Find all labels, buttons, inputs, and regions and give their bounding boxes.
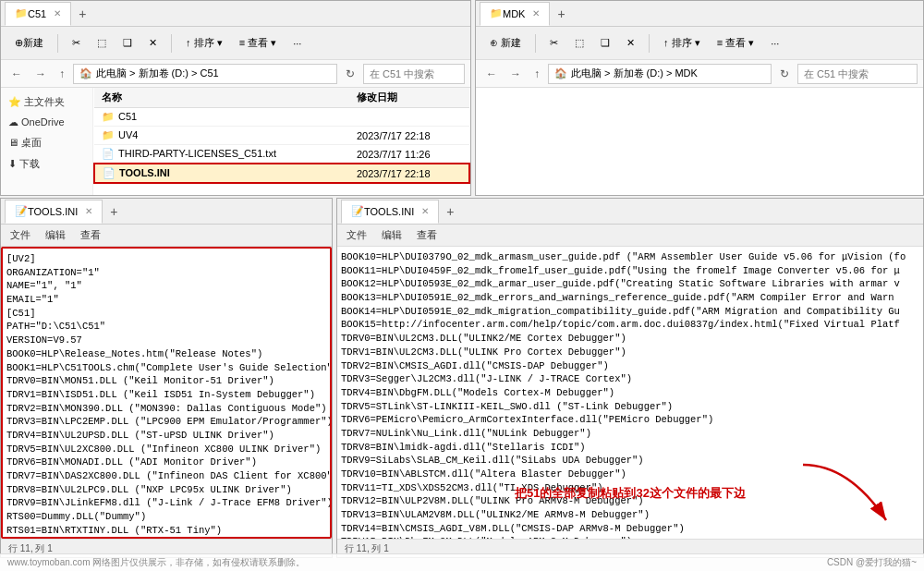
up-btn-right[interactable]: ↑ — [529, 66, 544, 82]
menu-bar-left: 文件 编辑 查看 — [1, 225, 332, 247]
sort-btn[interactable]: ↑ 排序 ▾ — [179, 32, 229, 54]
sidebar-onedrive[interactable]: ☁ OneDrive — [1, 113, 92, 132]
editor-tab-label-left: TOOLS.INI — [28, 206, 78, 217]
table-row[interactable]: 📄THIRD-PARTY-LICENSES_C51.txt 2023/7/17 … — [94, 145, 469, 164]
editor-tab-bar-right: 📝 TOOLS.INI ✕ + — [337, 199, 923, 225]
editor-tab-label-right: TOOLS.INI — [364, 206, 414, 217]
explorer-right: 📁 MDK ✕ + ⊕ 新建 ✂ ⬚ ❑ ✕ ↑ 排序 ▾ ≡ 查看 ▾ ··· — [475, 0, 924, 196]
editor-tab-tools-left[interactable]: 📝 TOOLS.INI ✕ — [5, 200, 103, 224]
paste-btn[interactable]: ❑ — [116, 33, 139, 53]
folder-icon: 📁 — [15, 7, 28, 19]
more-btn-r[interactable]: ··· — [764, 34, 785, 53]
paste-btn-r[interactable]: ❑ — [594, 33, 616, 53]
sidebar-desktop[interactable]: 🖥 桌面 — [1, 132, 92, 153]
sep3 — [535, 34, 536, 53]
editor-tab-close-left[interactable]: ✕ — [85, 206, 92, 216]
editor-tab-close-right[interactable]: ✕ — [421, 206, 429, 216]
cut-btn-r[interactable]: ✂ — [543, 33, 565, 53]
tab-add-left[interactable]: + — [73, 6, 91, 21]
search-left[interactable] — [363, 64, 465, 84]
tab-add-right[interactable]: + — [552, 6, 570, 21]
watermark-bar: www.toymoban.com 网络图片仅供展示，非存储，如有侵权请联系删除。… — [0, 553, 924, 571]
address-text-left: 此电脑 > 新加卷 (D:) > C51 — [96, 67, 219, 80]
back-btn-left[interactable]: ← — [6, 66, 27, 82]
sidebar-downloads[interactable]: ⬇ 下载 — [1, 153, 92, 175]
delete-btn-r[interactable]: ✕ — [620, 33, 641, 53]
menu-file-right[interactable]: 文件 — [343, 226, 371, 244]
menu-bar-right: 文件 编辑 查看 — [337, 225, 923, 247]
editor-left: 📝 TOOLS.INI ✕ + 文件 编辑 查看 [UV2] ORGANIZAT… — [0, 198, 333, 558]
toolbar-right-exp: ⊕ 新建 ✂ ⬚ ❑ ✕ ↑ 排序 ▾ ≡ 查看 ▾ ··· — [476, 27, 923, 60]
sort-btn-r[interactable]: ↑ 排序 ▾ — [657, 32, 707, 54]
tab-c51-label: C51 — [28, 8, 46, 19]
address-bar-left: ← → ↑ 🏠 此电脑 > 新加卷 (D:) > C51 ↻ — [1, 60, 470, 88]
file-table-left: 名称 修改日期 📁C51 📁UV4 2023/7/17 22: — [93, 88, 470, 184]
home-icon-r: 🏠 — [554, 67, 567, 79]
view-btn[interactable]: ≡ 查看 ▾ — [233, 32, 284, 54]
cloud-icon: ☁ — [8, 116, 18, 128]
editor-tab-add-right[interactable]: + — [441, 204, 459, 219]
sidebar-home[interactable]: ⭐ 主文件夹 — [1, 91, 92, 113]
ini-tab-icon-left: 📝 — [15, 205, 28, 217]
star-icon: ⭐ — [8, 96, 21, 107]
delete-btn[interactable]: ✕ — [142, 33, 164, 53]
table-row[interactable]: 📄TOOLS.INI 2023/7/17 22:18 — [94, 164, 469, 183]
new-btn-left[interactable]: ⊕ 新建 — [8, 32, 50, 54]
address-text-right: 此电脑 > 新加卷 (D:) > MDK — [571, 67, 698, 80]
home-icon: 🏠 — [79, 67, 92, 79]
view-btn-r[interactable]: ≡ 查看 ▾ — [711, 32, 761, 54]
address-bar-right: ← → ↑ 🏠 此电脑 > 新加卷 (D:) > MDK ↻ — [476, 60, 923, 88]
search-right[interactable] — [797, 64, 918, 84]
table-row[interactable]: 📁C51 — [94, 108, 469, 127]
tab-close-mdk[interactable]: ✕ — [532, 8, 540, 18]
ini-icon: 📄 — [103, 167, 116, 178]
forward-btn-right[interactable]: → — [505, 66, 526, 82]
up-btn-left[interactable]: ↑ — [55, 66, 69, 82]
sep1 — [57, 34, 58, 53]
menu-edit-right[interactable]: 编辑 — [378, 226, 406, 244]
explorer-left: 📁 C51 ✕ + ⊕ 新建 ✂ ⬚ ❑ ✕ ↑ 排序 ▾ ≡ 查看 ▾ ··· — [0, 0, 471, 196]
editor-tab-add-left[interactable]: + — [104, 204, 123, 219]
new-btn-right[interactable]: ⊕ 新建 — [483, 32, 528, 54]
editor-content-right: BOOK10=HLP\DUI0379O_02_mdk_armasm_user_g… — [337, 247, 923, 539]
forward-btn-left[interactable]: → — [30, 66, 51, 82]
sidebar-left: ⭐ 主文件夹 ☁ OneDrive 🖥 桌面 ⬇ 下载 — [1, 88, 93, 195]
tab-mdk[interactable]: 📁 MDK ✕ — [480, 2, 550, 26]
menu-view-right[interactable]: 查看 — [413, 226, 441, 244]
folder-icon-mdk: 📁 — [490, 7, 503, 19]
menu-file-left[interactable]: 文件 — [6, 226, 34, 244]
text-area-right[interactable]: BOOK10=HLP\DUI0379O_02_mdk_armasm_user_g… — [337, 247, 923, 539]
tab-mdk-label: MDK — [503, 8, 525, 19]
col-name[interactable]: 名称 — [94, 88, 349, 108]
folder-icon-uv4: 📁 — [102, 129, 115, 140]
tab-bar-right: 📁 MDK ✕ + — [476, 1, 923, 27]
text-content-right: BOOK10=HLP\DUI0379O_02_mdk_armasm_user_g… — [341, 250, 919, 539]
download-icon: ⬇ — [8, 158, 17, 169]
col-date[interactable]: 修改日期 — [349, 88, 469, 108]
toolbar-left: ⊕ 新建 ✂ ⬚ ❑ ✕ ↑ 排序 ▾ ≡ 查看 ▾ ··· — [1, 27, 470, 60]
cut-btn[interactable]: ✂ — [66, 33, 87, 53]
refresh-btn-right[interactable]: ↻ — [775, 66, 794, 82]
menu-view-left[interactable]: 查看 — [77, 226, 104, 244]
watermark-left: www.toymoban.com 网络图片仅供展示，非存储，如有侵权请联系删除。 — [7, 556, 305, 569]
file-content-left: 名称 修改日期 📁C51 📁UV4 2023/7/17 22: — [93, 88, 470, 195]
tab-close-c51[interactable]: ✕ — [54, 8, 61, 18]
menu-edit-left[interactable]: 编辑 — [42, 226, 69, 244]
sep4 — [649, 34, 650, 53]
text-content-left: [UV2] ORGANIZATION="1" NAME="1", "1" EMA… — [6, 252, 326, 539]
tab-c51[interactable]: 📁 C51 ✕ — [5, 2, 71, 26]
text-area-left[interactable]: [UV2] ORGANIZATION="1" NAME="1", "1" EMA… — [1, 247, 332, 539]
editor-content-left: [UV2] ORGANIZATION="1" NAME="1", "1" EMA… — [1, 247, 332, 539]
more-btn[interactable]: ··· — [286, 34, 308, 53]
folder-icon-c51: 📁 — [102, 111, 115, 122]
refresh-btn-left[interactable]: ↻ — [341, 66, 359, 82]
address-path-right[interactable]: 🏠 此电脑 > 新加卷 (D:) > MDK — [548, 64, 772, 84]
editor-tab-tools-right[interactable]: 📝 TOOLS.INI ✕ — [341, 200, 439, 224]
file-list-left: ⭐ 主文件夹 ☁ OneDrive 🖥 桌面 ⬇ 下载 — [1, 88, 470, 195]
address-path-left[interactable]: 🏠 此电脑 > 新加卷 (D:) > C51 — [73, 64, 337, 84]
table-row[interactable]: 📁UV4 2023/7/17 22:18 — [94, 127, 469, 145]
copy-btn[interactable]: ⬚ — [91, 33, 113, 53]
back-btn-right[interactable]: ← — [481, 66, 502, 82]
txt-icon: 📄 — [102, 148, 115, 159]
copy-btn-r[interactable]: ⬚ — [568, 33, 590, 53]
